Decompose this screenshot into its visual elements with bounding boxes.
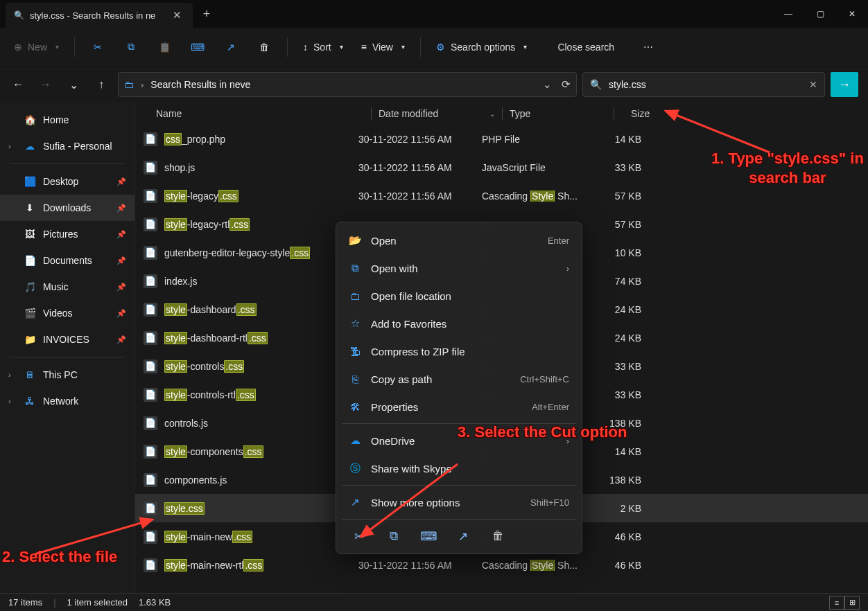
chevron-down-icon: ▾: [55, 43, 59, 51]
sidebar-item-invoices[interactable]: 📁INVOICES📌: [0, 326, 134, 353]
separator: [10, 163, 125, 164]
search-options-button[interactable]: ⚙ Search options ▾: [429, 35, 534, 60]
file-row[interactable]: 📄shop.js 30-11-2022 11:56 AM JavaScript …: [135, 153, 868, 181]
chevron-right-icon[interactable]: ›: [8, 142, 17, 150]
context-item-share-with-skype[interactable]: ⓈShare with Skype: [340, 454, 578, 482]
file-icon: 📄: [144, 246, 157, 260]
separator: [287, 37, 288, 57]
close-search-button[interactable]: Close search: [550, 35, 621, 60]
address-bar[interactable]: 🗀 › Search Results in neve ⌄ ⟳: [118, 72, 577, 97]
paste-button: 📋: [150, 35, 179, 60]
context-item-compress-to-zip-file[interactable]: 🗜Compress to ZIP file: [340, 337, 578, 365]
up-button[interactable]: ↑: [90, 73, 112, 96]
icons-view-button[interactable]: ⊞: [844, 596, 860, 610]
chevron-down-icon: ▾: [523, 43, 527, 51]
context-rename-button[interactable]: ⌨: [418, 529, 439, 544]
context-item-open-file-location[interactable]: 🗀Open file location: [340, 282, 578, 310]
sidebar-item-music[interactable]: 🎵Music📌: [0, 274, 134, 300]
sidebar-item-downloads[interactable]: ⬇Downloads📌: [0, 195, 134, 221]
close-window-button[interactable]: ✕: [836, 0, 868, 28]
window-tab[interactable]: 🔍 style.css - Search Results in ne ✕: [6, 3, 193, 28]
file-icon: 📄: [144, 132, 157, 146]
context-cut-button[interactable]: ✂: [349, 529, 370, 544]
view-button[interactable]: ≡ View ▾: [354, 35, 412, 60]
menu-item-icon: ⧉: [349, 262, 361, 274]
menu-item-icon: 🗀: [349, 290, 361, 302]
context-copy-button[interactable]: ⧉: [383, 529, 404, 544]
new-tab-button[interactable]: +: [193, 3, 220, 26]
minimize-button[interactable]: —: [772, 0, 804, 28]
context-item-copy-as-path[interactable]: ⎘Copy as pathCtrl+Shift+C: [340, 365, 578, 393]
file-icon: 📄: [144, 473, 157, 487]
sidebar-item-desktop[interactable]: 🟦Desktop📌: [0, 168, 134, 195]
context-show-more-options[interactable]: ↗ Show more options Shift+F10: [340, 488, 578, 516]
context-share-button[interactable]: ↗: [453, 529, 474, 544]
separator: [342, 519, 576, 520]
breadcrumb-text[interactable]: Search Results in neve: [150, 79, 536, 90]
maximize-button[interactable]: ▢: [804, 0, 836, 28]
pin-icon: 📌: [116, 283, 126, 292]
file-size: 57 KB: [586, 191, 641, 202]
file-name: style-controls.css: [164, 361, 244, 372]
address-dropdown-button[interactable]: ⌄: [543, 78, 552, 91]
rename-icon: ⌨: [420, 530, 437, 543]
file-row[interactable]: 📄style-legacy.css 30-11-2022 11:56 AM Ca…: [135, 181, 868, 210]
share-icon: ↗: [227, 42, 235, 53]
tab-close-button[interactable]: ✕: [170, 6, 184, 24]
context-item-properties[interactable]: 🛠PropertiesAlt+Enter: [340, 393, 578, 420]
rename-button[interactable]: ⌨: [183, 35, 212, 60]
column-headers: Name Date modified⌄ Type Size: [135, 103, 868, 125]
search-icon: 🔍: [14, 10, 24, 20]
copy-icon: ⧉: [390, 529, 398, 542]
refresh-button[interactable]: ⟳: [562, 78, 571, 91]
folder-icon: 🎬: [24, 308, 36, 319]
forward-button[interactable]: →: [35, 73, 57, 96]
context-item-add-to-favorites[interactable]: ☆Add to Favorites: [340, 310, 578, 337]
sidebar-network[interactable]: ›🖧Network: [0, 388, 134, 414]
share-button[interactable]: ↗: [216, 35, 245, 60]
pin-icon: 📌: [116, 309, 126, 318]
chevron-right-icon[interactable]: ›: [8, 397, 17, 405]
search-go-button[interactable]: →: [831, 72, 858, 97]
clear-search-button[interactable]: ✕: [809, 79, 817, 90]
header-name[interactable]: Name: [156, 108, 371, 119]
header-size[interactable]: Size: [621, 108, 677, 119]
trash-icon: 🗑: [259, 42, 269, 53]
more-button[interactable]: ⋯: [634, 35, 663, 60]
sort-icon: ↕: [303, 42, 308, 53]
file-size: 138 KB: [586, 475, 641, 486]
chevron-down-icon: ⌄: [489, 110, 495, 118]
header-type[interactable]: Type: [510, 108, 614, 119]
sort-button[interactable]: ↕ Sort ▾: [296, 35, 350, 60]
file-row[interactable]: 📄style-main-new-rtl.css 30-11-2022 11:56…: [135, 551, 868, 579]
sidebar-this-pc[interactable]: ›🖥This PC: [0, 362, 134, 388]
file-size: 14 KB: [586, 134, 641, 145]
details-view-button[interactable]: ≡: [829, 596, 844, 610]
search-box[interactable]: 🔍 ✕: [582, 72, 825, 97]
recent-locations-button[interactable]: ⌄: [62, 73, 85, 96]
pc-icon: 🖥: [24, 369, 36, 380]
context-item-open[interactable]: 📂OpenEnter: [340, 227, 578, 254]
header-date[interactable]: Date modified⌄: [379, 108, 502, 119]
delete-button[interactable]: 🗑: [250, 35, 279, 60]
folder-icon: 🎵: [24, 281, 36, 292]
chevron-right-icon[interactable]: ›: [8, 371, 17, 379]
sidebar-item-documents[interactable]: 📄Documents📌: [0, 247, 134, 274]
file-date: 30-11-2022 11:56 AM: [358, 162, 482, 173]
context-delete-button[interactable]: 🗑: [487, 529, 508, 544]
sidebar-onedrive-personal[interactable]: ›☁Sufia - Personal: [0, 133, 134, 159]
back-button[interactable]: ←: [7, 73, 29, 96]
menu-item-icon: 🛠: [349, 401, 361, 413]
search-input[interactable]: [609, 79, 802, 90]
file-size: 14 KB: [586, 446, 641, 457]
sidebar-item-videos[interactable]: 🎬Videos📌: [0, 300, 134, 326]
menu-item-icon: 📂: [349, 234, 361, 247]
sidebar-item-pictures[interactable]: 🖼Pictures📌: [0, 221, 134, 247]
home-icon: 🏠: [24, 114, 36, 125]
copy-button[interactable]: ⧉: [116, 35, 146, 60]
cut-button[interactable]: ✂: [83, 35, 112, 60]
sidebar-home[interactable]: 🏠Home: [0, 107, 134, 133]
file-row[interactable]: 📄css_prop.php 30-11-2022 11:56 AM PHP Fi…: [135, 125, 868, 153]
context-item-open-with[interactable]: ⧉Open with›: [340, 254, 578, 282]
context-item-onedrive[interactable]: ☁OneDrive›: [340, 427, 578, 454]
